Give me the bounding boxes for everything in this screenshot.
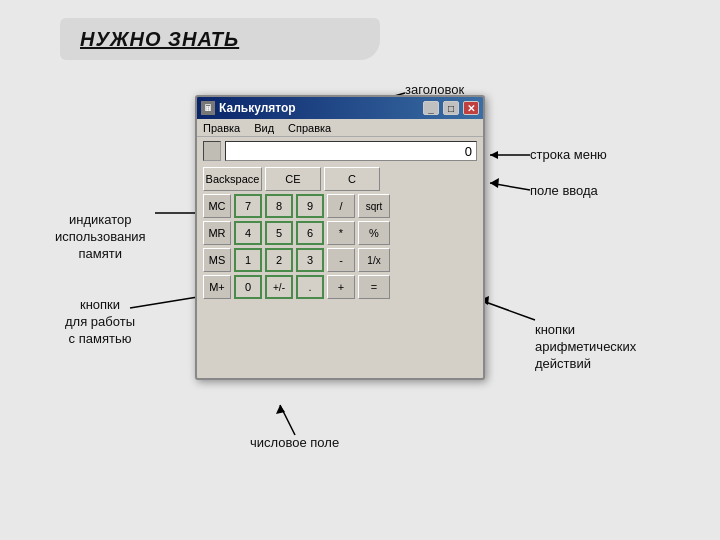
svg-marker-3 [490,151,498,159]
btn-reciprocal[interactable]: 1/x [358,248,390,272]
minimize-button[interactable]: _ [423,101,439,115]
btn-row-4: MS 1 2 3 - 1/x [203,248,477,272]
mplus-button[interactable]: M+ [203,275,231,299]
menu-item-pravka[interactable]: Правка [203,122,240,134]
btn-subtract[interactable]: - [327,248,355,272]
mr-button[interactable]: MR [203,221,231,245]
btn-1[interactable]: 1 [234,248,262,272]
btn-7[interactable]: 7 [234,194,262,218]
ce-button[interactable]: CE [265,167,321,191]
btn-add[interactable]: + [327,275,355,299]
svg-line-10 [480,300,535,320]
btn-0[interactable]: 0 [234,275,262,299]
btn-9[interactable]: 9 [296,194,324,218]
menu-item-vid[interactable]: Вид [254,122,274,134]
btn-row-1: Backspace CE C [203,167,477,191]
maximize-button[interactable]: □ [443,101,459,115]
menubar: Правка Вид Справка [197,119,483,137]
mc-button[interactable]: MC [203,194,231,218]
ms-button[interactable]: MS [203,248,231,272]
svg-marker-5 [490,178,499,188]
buttons-area: Backspace CE C MC 7 8 9 / sqrt MR 4 5 6 … [197,163,483,303]
btn-6[interactable]: 6 [296,221,324,245]
btn-divide[interactable]: / [327,194,355,218]
c-button[interactable]: C [324,167,380,191]
close-button[interactable]: ✕ [463,101,479,115]
memory-indicator [203,141,221,161]
btn-multiply[interactable]: * [327,221,355,245]
btn-row-3: MR 4 5 6 * % [203,221,477,245]
calc-icon: 🖩 [201,101,215,115]
calculator-window: 🖩 Калькулятор _ □ ✕ Правка Вид Справка 0… [195,95,485,380]
btn-4[interactable]: 4 [234,221,262,245]
btn-5[interactable]: 5 [265,221,293,245]
display-area: 0 [197,137,483,163]
display-field: 0 [225,141,477,161]
titlebar: 🖩 Калькулятор _ □ ✕ [197,97,483,119]
btn-equals[interactable]: = [358,275,390,299]
btn-row-2: MC 7 8 9 / sqrt [203,194,477,218]
btn-2[interactable]: 2 [265,248,293,272]
btn-decimal[interactable]: . [296,275,324,299]
titlebar-title: Калькулятор [219,101,419,115]
btn-8[interactable]: 8 [265,194,293,218]
btn-sqrt[interactable]: sqrt [358,194,390,218]
btn-row-5: M+ 0 +/- . + = [203,275,477,299]
btn-percent[interactable]: % [358,221,390,245]
backspace-button[interactable]: Backspace [203,167,262,191]
btn-sign[interactable]: +/- [265,275,293,299]
menu-item-spravka[interactable]: Справка [288,122,331,134]
btn-3[interactable]: 3 [296,248,324,272]
